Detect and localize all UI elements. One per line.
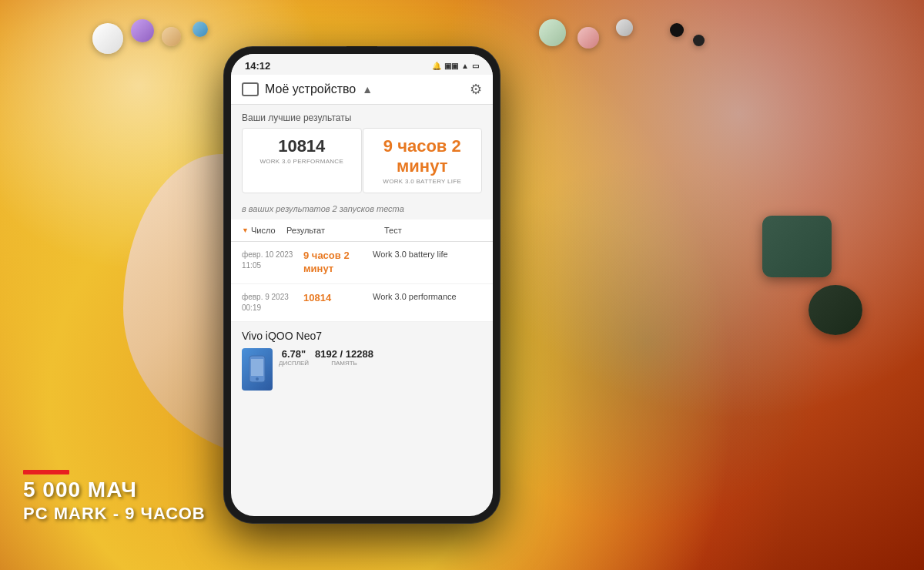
phone-device: 14:12 🔔 ▣▣ ▲ ▭ Моё устройство ▲ ⚙ Ваши л… — [223, 46, 500, 524]
spec-memory-value: 8192 / 12288 — [315, 348, 373, 360]
col-result-header: Результат — [263, 226, 384, 235]
spec-memory: 8192 / 12288 ПАМЯТЬ — [315, 348, 373, 391]
col-number-header: Число — [242, 226, 263, 235]
spec-display-label: дисплей — [279, 360, 309, 367]
device-section: Vivo iQOO Neo7 6.78" дисплей — [231, 322, 493, 395]
device-icon — [242, 82, 259, 96]
overlay-main-text: 5 000 МАЧ — [23, 478, 206, 502]
signal-icons: ▣▣ — [444, 62, 458, 70]
app-header-left: Моё устройство ▲ — [242, 82, 373, 96]
score-card-performance: 10814 WORK 3.0 PERFORMANCE — [242, 128, 362, 193]
row-result-1: 9 часов 2минут — [303, 250, 373, 276]
svg-point-2 — [256, 377, 259, 381]
desk-item-earbuds — [808, 285, 862, 335]
table-header: Число Результат Тест — [231, 220, 493, 242]
col-test-header: Тест — [384, 226, 482, 235]
row-date-1: февр. 10 2023 11:05 — [242, 250, 303, 271]
mute-icon: 🔔 — [432, 62, 441, 70]
overlay-text: 5 000 МАЧ PC MARK - 9 ЧАСОВ — [23, 470, 206, 524]
device-specs: 6.78" дисплей 8192 / 12288 ПАМЯТЬ — [242, 348, 482, 391]
wifi-icon: ▲ — [461, 62, 469, 70]
status-icons: 🔔 ▣▣ ▲ ▭ — [432, 62, 479, 70]
status-time: 14:12 — [245, 60, 270, 72]
phone-screen: 14:12 🔔 ▣▣ ▲ ▭ Моё устройство ▲ ⚙ Ваши л… — [231, 54, 493, 516]
row-date-2: февр. 9 2023 00:19 — [242, 292, 303, 314]
battery-icon: ▭ — [472, 62, 479, 70]
score-cards: 10814 WORK 3.0 PERFORMANCE 9 часов 2 мин… — [231, 128, 493, 201]
score-battery-label: WORK 3.0 BATTERY LIFE — [371, 178, 474, 185]
status-bar: 14:12 🔔 ▣▣ ▲ ▭ — [231, 54, 493, 75]
results-count-runs: 2 запусков теста — [333, 204, 404, 213]
svg-rect-1 — [251, 359, 263, 376]
spec-memory-label: ПАМЯТЬ — [315, 360, 373, 367]
app-title: Моё устройство — [265, 82, 356, 96]
settings-icon[interactable]: ⚙ — [470, 81, 482, 98]
overlay-sub-text: PC MARK - 9 ЧАСОВ — [23, 504, 206, 524]
score-card-battery: 9 часов 2 минут WORK 3.0 BATTERY LIFE — [363, 128, 483, 193]
spec-display-value: 6.78" — [279, 348, 309, 360]
row-test-1: Work 3.0 battery life — [373, 250, 482, 259]
dropdown-arrow-icon: ▲ — [362, 83, 373, 96]
desk-item-charger — [762, 216, 832, 277]
row-result-2: 10814 — [303, 292, 373, 305]
device-thumbnail — [242, 348, 273, 391]
results-subtitle: в ваших результатов 2 запусков теста — [231, 201, 493, 220]
score-performance-label: WORK 3.0 PERFORMANCE — [250, 158, 353, 165]
phone-notch — [346, 46, 377, 54]
spec-display: 6.78" дисплей — [279, 348, 309, 391]
app-header: Моё устройство ▲ ⚙ — [231, 75, 493, 105]
phone-thumbnail-icon — [248, 355, 266, 383]
score-performance-value: 10814 — [250, 136, 353, 156]
results-table: Число Результат Тест февр. 10 2023 11:05… — [231, 220, 493, 322]
red-bar-accent — [23, 470, 69, 474]
table-row: февр. 10 2023 11:05 9 часов 2минут Work … — [231, 242, 493, 284]
score-battery-value: 9 часов 2 минут — [371, 136, 474, 176]
table-row: февр. 9 2023 00:19 10814 Work 3.0 perfor… — [231, 284, 493, 322]
best-results-label: Ваши лучшие результаты — [231, 105, 493, 128]
device-name: Vivo iQOO Neo7 — [242, 330, 482, 342]
results-count-text: в ваших результатов — [242, 204, 330, 213]
row-test-2: Work 3.0 performance — [373, 292, 482, 301]
